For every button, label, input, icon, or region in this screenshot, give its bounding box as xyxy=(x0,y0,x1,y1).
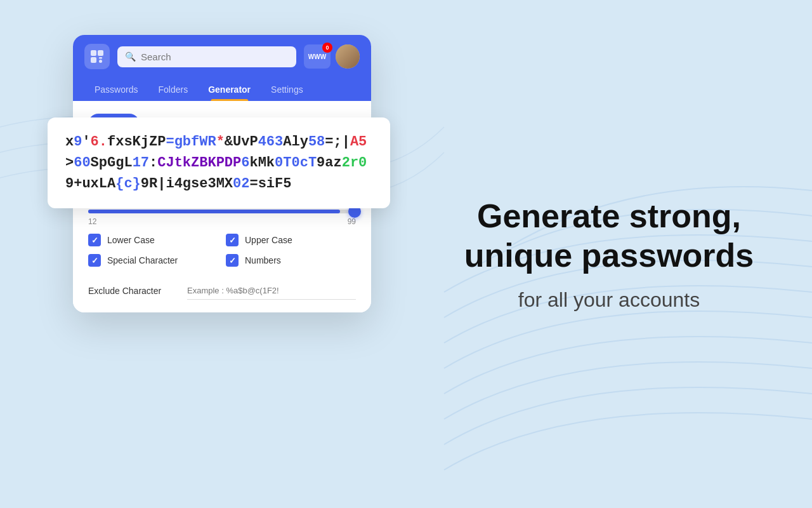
tab-generator[interactable]: Generator xyxy=(198,78,261,101)
search-bar[interactable]: 🔍 xyxy=(117,46,296,67)
checkbox-special-label: Special Character xyxy=(107,255,178,265)
app-logo xyxy=(84,44,110,69)
subheadline: for all your accounts xyxy=(457,288,761,312)
headline: Generate strong, unique passwords xyxy=(457,196,761,276)
exclude-label: Exclude Character xyxy=(88,286,177,296)
checkbox-special[interactable]: Special Character xyxy=(88,254,218,267)
header-actions: WWW 0 xyxy=(304,44,360,69)
www-badge[interactable]: WWW 0 xyxy=(304,44,331,69)
checkbox-numbers-label: Numbers xyxy=(245,255,281,265)
checkbox-lower-label: Lower Case xyxy=(107,235,155,245)
slider-min-label: 12 xyxy=(88,217,96,226)
length-slider-container: 12 99 xyxy=(88,210,356,226)
checkbox-lower[interactable]: Lower Case xyxy=(88,234,218,246)
svg-rect-2 xyxy=(98,50,103,56)
svg-rect-3 xyxy=(91,57,96,63)
slider-labels: 12 99 xyxy=(88,217,356,226)
headline-line2: unique passwords xyxy=(464,237,754,274)
exclude-input[interactable] xyxy=(187,282,356,300)
nav-tabs: Passwords Folders Generator Settings xyxy=(73,78,371,101)
checkbox-numbers[interactable]: Numbers xyxy=(226,254,356,267)
slider-fill xyxy=(88,210,340,213)
slider-max-label: 99 xyxy=(348,217,356,226)
checkbox-special-box[interactable] xyxy=(88,254,101,267)
right-panel: Generate strong, unique passwords for al… xyxy=(457,196,761,312)
app-header: 🔍 WWW 0 Passwords Folders Generator Sett… xyxy=(73,35,371,101)
checkbox-numbers-box[interactable] xyxy=(226,254,239,267)
exclude-row: Exclude Character xyxy=(88,282,356,300)
avatar[interactable] xyxy=(336,44,360,69)
checkbox-grid: Lower Case Upper Case Special Character … xyxy=(88,234,356,267)
checkbox-upper-label: Upper Case xyxy=(245,235,292,245)
checkbox-upper[interactable]: Upper Case xyxy=(226,234,356,246)
checkbox-lower-box[interactable] xyxy=(88,234,101,246)
generated-password: x9'6.fxsKjZP=gbfWR*&UvP463Aly58=;|A5 >60… xyxy=(65,131,372,194)
notification-badge: 0 xyxy=(322,43,332,53)
tab-passwords[interactable]: Passwords xyxy=(84,78,148,101)
search-input[interactable] xyxy=(141,51,289,62)
tab-settings[interactable]: Settings xyxy=(261,78,313,101)
tab-folders[interactable]: Folders xyxy=(148,78,198,101)
svg-rect-5 xyxy=(99,57,102,59)
search-icon: 🔍 xyxy=(125,51,136,62)
checkbox-upper-box[interactable] xyxy=(226,234,239,246)
svg-rect-1 xyxy=(91,50,96,56)
svg-rect-4 xyxy=(99,60,102,63)
password-display-card: x9'6.fxsKjZP=gbfWR*&UvP463Aly58=;|A5 >60… xyxy=(48,117,390,208)
headline-line1: Generate strong, xyxy=(477,197,741,234)
slider-track xyxy=(88,210,356,213)
